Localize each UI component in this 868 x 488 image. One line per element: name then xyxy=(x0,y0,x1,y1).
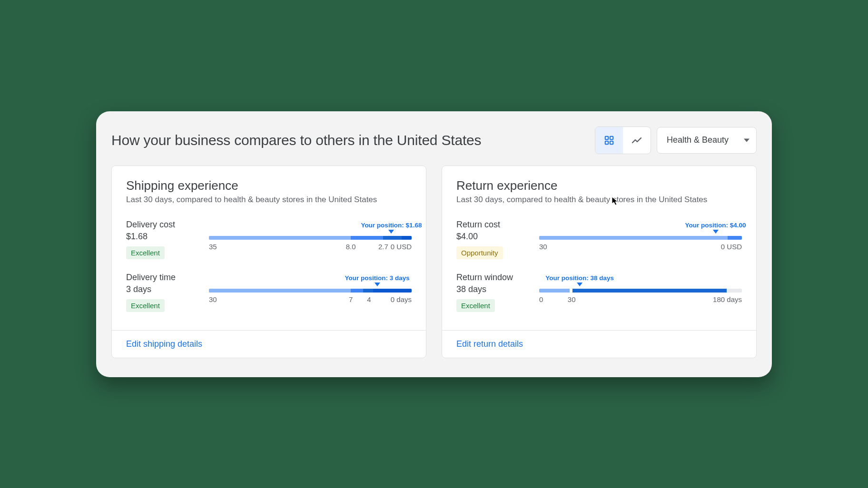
position-label: Your position: $1.68 xyxy=(361,222,422,229)
tick-row: 0 30 180 days xyxy=(539,295,742,305)
bar-return-cost xyxy=(539,236,742,240)
category-select-label: Health & Beauty xyxy=(667,135,729,145)
shipping-card: Shipping experience Last 30 days, compar… xyxy=(111,166,426,358)
view-toggle xyxy=(595,127,651,154)
tick-label: 0 days xyxy=(391,295,412,303)
return-card: Return experience Last 30 days, compared… xyxy=(442,166,757,358)
tick-label: 35 xyxy=(209,243,217,251)
metric-name: Delivery time xyxy=(126,273,197,283)
header-row: How your business compares to others in … xyxy=(111,127,757,154)
tick-label: 30 xyxy=(209,295,217,303)
bar-delivery-cost xyxy=(209,236,412,240)
shipping-card-title: Shipping experience xyxy=(126,178,412,193)
tick-label: 8.0 xyxy=(346,243,356,251)
metric-value: 3 days xyxy=(126,284,197,294)
svg-rect-2 xyxy=(605,141,608,144)
metric-value: $4.00 xyxy=(456,232,528,242)
status-badge: Opportunity xyxy=(456,246,503,259)
status-badge: Excellent xyxy=(126,246,165,259)
tick-label: 0 xyxy=(539,295,543,303)
comparison-panel: How your business compares to others in … xyxy=(96,111,772,377)
tick-row: 30 0 USD xyxy=(539,243,742,252)
metric-return-window: Return window 38 days Excellent Your pos… xyxy=(456,273,742,312)
header-controls: Health & Beauty xyxy=(595,127,757,154)
tick-label: 30 xyxy=(568,295,576,303)
metric-name: Delivery cost xyxy=(126,220,197,230)
metric-value: $1.68 xyxy=(126,232,197,242)
cards-row: Shipping experience Last 30 days, compar… xyxy=(111,166,757,358)
svg-rect-3 xyxy=(610,141,613,144)
metric-name: Return window xyxy=(456,273,528,283)
metric-delivery-time: Delivery time 3 days Excellent Your posi… xyxy=(126,273,412,312)
svg-rect-1 xyxy=(610,136,613,139)
tick-label: 0 USD xyxy=(391,243,412,251)
grid-view-button[interactable] xyxy=(595,127,623,154)
position-marker-icon xyxy=(388,230,394,234)
metric-return-cost: Return cost $4.00 Opportunity Your posit… xyxy=(456,220,742,259)
trend-view-button[interactable] xyxy=(623,127,651,154)
tick-label: 7 xyxy=(349,295,353,303)
shipping-card-subtitle: Last 30 days, compared to health & beaut… xyxy=(126,195,412,205)
chevron-down-icon xyxy=(744,138,750,142)
position-label: Your position: $4.00 xyxy=(685,222,746,229)
edit-shipping-link[interactable]: Edit shipping details xyxy=(126,339,202,349)
status-badge: Excellent xyxy=(456,299,495,312)
tick-row: 30 7 4 0 days xyxy=(209,295,412,305)
return-card-title: Return experience xyxy=(456,178,742,193)
status-badge: Excellent xyxy=(126,299,165,312)
bar-return-window xyxy=(539,289,742,293)
category-select[interactable]: Health & Beauty xyxy=(657,127,757,154)
position-marker-icon xyxy=(375,283,380,286)
position-label: Your position: 38 days xyxy=(545,274,614,282)
metric-name: Return cost xyxy=(456,220,528,230)
svg-rect-0 xyxy=(605,136,608,139)
trend-icon xyxy=(631,135,642,146)
tick-label: 2.7 xyxy=(378,243,388,251)
edit-return-link[interactable]: Edit return details xyxy=(456,339,523,349)
metric-value: 38 days xyxy=(456,284,528,294)
metric-delivery-cost: Delivery cost $1.68 Excellent Your posit… xyxy=(126,220,412,259)
page-title: How your business compares to others in … xyxy=(111,132,481,148)
position-marker-icon xyxy=(713,230,719,234)
bar-delivery-time xyxy=(209,289,412,293)
tick-label: 30 xyxy=(539,243,547,251)
tick-row: 35 8.0 2.7 0 USD xyxy=(209,243,412,252)
return-card-subtitle: Last 30 days, compared to health & beaut… xyxy=(456,195,742,205)
tick-label: 0 USD xyxy=(721,243,742,251)
tick-label: 180 days xyxy=(713,295,742,303)
position-label: Your position: 3 days xyxy=(345,274,409,282)
grid-icon xyxy=(604,135,614,146)
position-marker-icon xyxy=(577,283,582,286)
tick-label: 4 xyxy=(367,295,371,303)
